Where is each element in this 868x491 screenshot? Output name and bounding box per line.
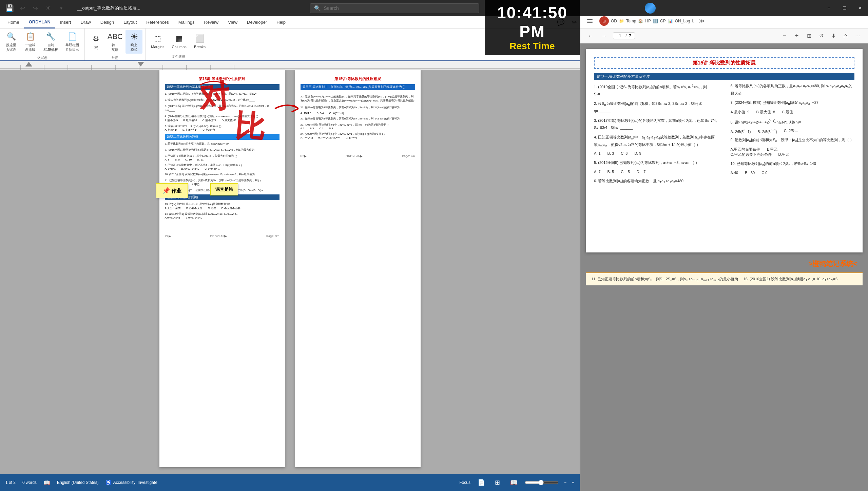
- dropdown-icon[interactable]: ▾: [56, 3, 66, 14]
- zoom-slider[interactable]: [525, 480, 559, 485]
- search-here-icon: 🔍: [6, 31, 17, 42]
- pdf-zoom-in-button[interactable]: +: [792, 31, 802, 41]
- tab-mailings[interactable]: Mailings: [174, 16, 199, 29]
- pdf-prev-page-button[interactable]: ←: [586, 31, 595, 41]
- tab-insert[interactable]: Insert: [55, 16, 76, 29]
- search-here-button[interactable]: 🔍 搜这里入试卷: [3, 30, 20, 54]
- pdf-l-tab[interactable]: L: [692, 19, 694, 23]
- view-print-icon[interactable]: 📄: [476, 477, 487, 488]
- tab-draw[interactable]: Draw: [76, 16, 95, 29]
- focus-label[interactable]: Focus: [459, 480, 470, 485]
- pdf-content-area[interactable]: 第15讲:等比数列的性质拓展 题型一:等比数列的基本量及性质 1. (2019全…: [580, 43, 868, 491]
- pdf-page-content: 第15讲:等比数列的性质拓展 题型一:等比数列的基本量及性质 1. (2019全…: [586, 49, 863, 252]
- pdf-menu-icon[interactable]: [584, 16, 595, 26]
- pdf-od-tab[interactable]: OD: [611, 19, 617, 23]
- doc-q5-options: A. ²⁄₅(5ⁿ-1)B. ²⁄₅(5ⁿ⁻¹-1)C. ²⁄₅(5ⁿ⁻¹): [165, 128, 279, 131]
- doc-q8-options: A. 8B. 5C. 10D. 11: [165, 158, 279, 161]
- doc-q9: 9. 已知正项等比数列中，公比不为1，满足 a₁=1 + ½(n)的值有 ( ): [165, 163, 279, 167]
- ribbon-group-layout: ⬚ Margins ▦ Columns ⬜ Breaks 文档速排: [146, 29, 211, 60]
- pdf-rq2-options: A.最小值−9B.最大值18C.最值: [731, 110, 855, 115]
- pdf-two-column: 1. (2019全国1) 记Sn为等比数列{an}的前n项和。若a1=¼, a1…: [594, 83, 854, 188]
- tab-home[interactable]: Home: [3, 16, 24, 29]
- doc-page-2-title: 第15讲:等比数列的性质拓展: [301, 76, 415, 81]
- page2-footer-left: P2▶: [301, 154, 307, 158]
- doc-p2-q1: 20. 定义在(−∞,0)∪(0,+∞)上的函数f(x)，如果对于任意的等比数列…: [301, 95, 415, 103]
- columns-button[interactable]: ▦ Columns: [169, 32, 189, 50]
- pdf-hp-icon[interactable]: 🏠: [638, 19, 643, 23]
- pdf-rq4-options: A.甲乙的充要条件B.甲乙: [731, 147, 855, 152]
- tab-references[interactable]: References: [141, 16, 173, 29]
- doc-p2-q4-options: A.6B.3C.1D.1: [301, 127, 415, 130]
- doc-q11: 11. 已知正项等比数列{aₙ}，其前n项和为Sₙ，设甲: {aₙ/(Sₙ+1)…: [165, 178, 279, 183]
- close-button[interactable]: ×: [852, 0, 868, 16]
- search-input[interactable]: [324, 5, 475, 11]
- onekey-button[interactable]: 📋 一键试卷排版: [22, 30, 39, 54]
- classroom-note: 课堂是错: [210, 183, 238, 195]
- undo-icon[interactable]: ↩: [17, 3, 28, 14]
- pdf-q4-options: A. 1B. 3C. 6D. 9: [594, 151, 718, 155]
- translate-button[interactable]: ABC 转英语: [107, 30, 123, 54]
- pdf-next-page-button[interactable]: →: [599, 31, 609, 41]
- pdf-doc-title: 第15讲:等比数列的性质拓展: [594, 57, 854, 69]
- doc-q13-options: A.充分不必要B.必要不充分C.充要D.不充分不必要: [165, 206, 279, 210]
- maximize-button[interactable]: □: [837, 0, 852, 16]
- auto-button[interactable]: 🔧 自制SJJB解析: [41, 30, 61, 54]
- tab-ordylan[interactable]: ORDYLAN: [24, 16, 55, 29]
- pdf-current-page[interactable]: 1: [617, 33, 623, 38]
- margins-button[interactable]: ⬚ Margins: [148, 32, 167, 50]
- pdf-log-icon[interactable]: 📊: [668, 19, 673, 23]
- pdf-download-button[interactable]: ⬇: [829, 31, 838, 41]
- pdf-zoom-out-button[interactable]: −: [780, 31, 789, 41]
- tab-design[interactable]: Design: [96, 16, 119, 29]
- tab-view[interactable]: View: [223, 16, 242, 29]
- pdf-hp-tab[interactable]: HP: [645, 19, 651, 23]
- accessibility-label: ♿ Accessibility: Investigate: [105, 480, 157, 485]
- pdf-rotate-button[interactable]: ↺: [816, 31, 826, 41]
- save-icon[interactable]: 💾: [4, 3, 15, 14]
- tab-layout[interactable]: Layout: [119, 16, 141, 29]
- pdf-bottom-strip: 11. 已知正项等比数列的前n项和为Sn，则S₁−2Sn=6，则am+am+1+…: [586, 272, 863, 285]
- doc-q6: 6. 若等比数列{aₙ}的各项均为正数，且 a₁a₂+a₂a₃=480: [165, 142, 279, 146]
- macro-button[interactable]: ⚙ 宏: [88, 32, 104, 52]
- quick-access-toolbar[interactable]: 💾 ↩ ↪ ☀ ▾: [0, 3, 71, 14]
- svg-rect-17: [587, 22, 593, 23]
- dual-column-button[interactable]: 📄 单双栏图片防溢出: [63, 30, 82, 54]
- page2-footer-right: Page: 2/6: [402, 154, 415, 158]
- minimize-button[interactable]: −: [821, 0, 837, 16]
- ribbon-group-dotests: 🔍 搜这里入试卷 📋 一键试卷排版 🔧 自制SJJB解析 📄 单双栏图片防溢出 …: [0, 29, 85, 60]
- pdf-red-tab[interactable]: ⊞: [599, 16, 609, 26]
- pdf-temp-tab[interactable]: Temp: [626, 19, 636, 23]
- globe-icon: [645, 3, 656, 14]
- pdf-expand-icon[interactable]: ≫: [696, 16, 707, 26]
- pdf-folder-icon[interactable]: 📁: [619, 19, 624, 23]
- pdf-fit-button[interactable]: ⊞: [804, 31, 814, 41]
- word-count: 0 words: [22, 480, 37, 485]
- pdf-log-tab[interactable]: ON_Log: [675, 19, 690, 23]
- night-mode-button[interactable]: ☀ 晚上模式: [126, 30, 142, 54]
- homework-icon: 📌: [162, 187, 170, 194]
- settings-icon[interactable]: ☀: [43, 3, 54, 14]
- doc-q2: 2. 设Sₙ为等比数列{aₙ}的前n项和，已知3S₃=a₄-2, 3S₂=a₃-…: [165, 98, 279, 102]
- classroom-label: 课堂是错: [215, 187, 233, 192]
- search-bar[interactable]: 🔍: [310, 3, 479, 13]
- view-read-icon[interactable]: 📖: [508, 477, 519, 488]
- pdf-more-button[interactable]: ⋯: [853, 31, 863, 41]
- doc-q5: 5. 设f(n)=2+2¹+2²+···+2^(n-1)(n∈N*), 则f(n…: [165, 124, 279, 128]
- doc-page-1: 第15讲:等比数列的性质拓展 题型一:等比数列的基本量及性质 1. (2019全…: [159, 70, 285, 467]
- pdf-cp-icon[interactable]: 🔡: [653, 19, 658, 23]
- pdf-q1: 1. (2019全国1) 记Sn为等比数列{an}的前n项和。若a1=¼, a1…: [594, 83, 718, 98]
- doc-p2-q5: 24. (2008全国) 等比数列{aₙ}中，a₂=2, a₃=1，则{f(lo…: [301, 132, 415, 136]
- tab-help[interactable]: Help: [272, 16, 290, 29]
- doc-p2-q3: 22. 如果aₙ是首项为1等比数列，其前n项和为Sₙ，S₁=9S₅，则{1/(1…: [301, 117, 415, 121]
- doc-q4-options: A.最小值-9B.最大值18C.最小值27D.最大值-81: [165, 118, 279, 122]
- breaks-button[interactable]: ⬜ Breaks: [191, 32, 208, 50]
- tab-review[interactable]: Review: [199, 16, 224, 29]
- view-web-icon[interactable]: ⊞: [492, 477, 503, 488]
- pdf-print-button[interactable]: 🖨: [841, 31, 850, 41]
- tab-developer[interactable]: Developer: [242, 16, 272, 29]
- pdf-rq3: 8. 设f(n)=2+2¹+2²+···+2(n-1)(n∈N*), 则f(n)…: [731, 118, 855, 126]
- redo-icon[interactable]: ↪: [30, 3, 41, 14]
- doc-section-1: 题型一:等比数列的基本量及性质: [165, 84, 279, 90]
- pdf-cp-tab[interactable]: CP: [660, 19, 666, 23]
- zoom-percent: +: [572, 480, 574, 485]
